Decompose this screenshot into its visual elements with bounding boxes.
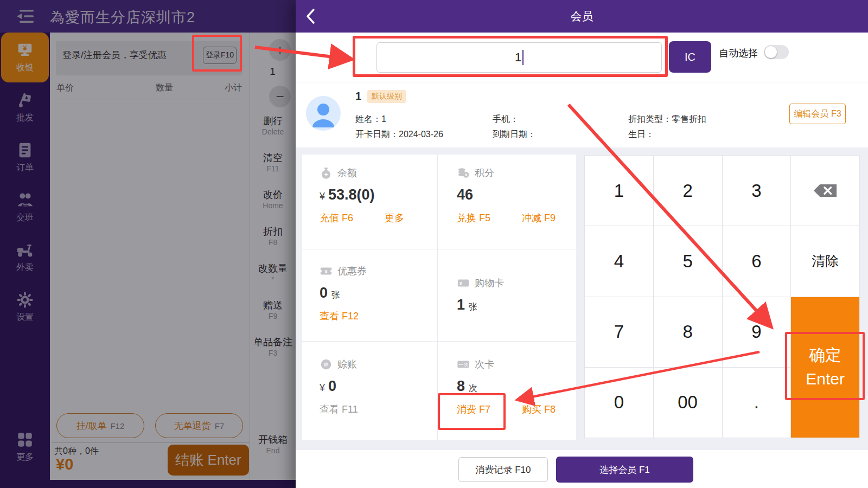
backspace-key[interactable]: [791, 156, 859, 226]
member-fields-col2: 手机： 到期日期：: [493, 112, 536, 142]
coupons-card: ¥ 优惠券 0 张 查看 F12: [302, 249, 438, 342]
card-title: 优惠券: [337, 265, 367, 278]
member-name: 1: [355, 90, 361, 102]
field-label: 折扣类型：: [628, 114, 672, 124]
redeem-link[interactable]: 兑换 F5: [457, 211, 490, 224]
dialog-content: 余额 ¥ 53.8(0) 充值 F6 更多 ¥ 积分: [296, 147, 868, 450]
points-card: ¥ 积分 46 兑换 F5 冲减 F9: [438, 155, 576, 249]
auto-select-toggle[interactable]: [764, 45, 789, 59]
card-title: 赊账: [337, 358, 357, 371]
card-title: 次卡: [475, 358, 494, 371]
member-fields-col1: 姓名：1 开卡日期：2024-03-26: [355, 112, 443, 142]
card-title: 余额: [337, 166, 357, 179]
coupons-value: 0: [320, 285, 328, 301]
field-label: 手机：: [493, 114, 519, 124]
numeric-keypad: 1 2 3 4 5 6 清除 7 8 9 确定 Enter: [584, 155, 860, 438]
key-7[interactable]: 7: [585, 297, 653, 367]
edit-member-button[interactable]: 编辑会员 F3: [789, 104, 846, 124]
deduct-link[interactable]: 冲减 F9: [522, 211, 556, 224]
coupon-icon: ¥: [320, 265, 333, 278]
field-value: 零售折扣: [672, 114, 706, 124]
buy-times-link[interactable]: 购买 F8: [522, 403, 556, 416]
member-search-input[interactable]: 1: [376, 42, 662, 73]
key-9[interactable]: 9: [723, 297, 791, 367]
consume-times-link[interactable]: 消费 F7: [457, 403, 490, 416]
more-link[interactable]: 更多: [385, 211, 404, 224]
svg-text:¥: ¥: [459, 281, 462, 286]
svg-text:赊: 赊: [324, 362, 329, 367]
credit-card: 赊 赊账 ¥ 0 查看 F11: [302, 342, 438, 440]
coupons-unit: 张: [331, 290, 340, 301]
svg-text:次: 次: [464, 362, 468, 367]
field-label: 开卡日期：: [355, 130, 399, 139]
text-caret: [522, 50, 524, 65]
points-coins-icon: ¥: [457, 166, 470, 179]
key-3[interactable]: 3: [723, 156, 791, 226]
toggle-knob: [765, 46, 777, 58]
member-info-row: 1 默认级别 姓名：1 开卡日期：2024-03-26 手机： 到期日期： 折扣…: [296, 82, 868, 147]
times-card-unit: 次: [469, 383, 477, 394]
field-value: 2024-03-26: [399, 130, 443, 139]
pos-app: 為愛而生分店深圳市2 ¥ 收银 批发: [0, 0, 868, 488]
dialog-title: 会员: [296, 9, 868, 24]
search-row: 1 IC 自动选择: [296, 33, 868, 82]
clear-key[interactable]: 清除: [791, 226, 859, 296]
times-card-icon: 次: [457, 358, 470, 371]
shopping-card-unit: 张: [469, 301, 477, 313]
key-6[interactable]: 6: [723, 226, 791, 296]
backspace-icon: [812, 182, 838, 199]
confirm-label-cn: 确定: [809, 343, 841, 367]
credit-value: 0: [328, 378, 336, 395]
field-label: 到期日期：: [493, 130, 536, 139]
confirm-label-en: Enter: [806, 367, 845, 391]
shopping-card-card: ¥ 购物卡 1 张: [438, 249, 576, 342]
consume-history-button[interactable]: 消费记录 F10: [458, 457, 548, 482]
card-title: 购物卡: [475, 277, 504, 290]
times-card-value: 8: [457, 378, 465, 395]
dialog-footer: 消费记录 F10 选择会员 F1: [296, 450, 868, 488]
confirm-enter-key[interactable]: 确定 Enter: [791, 297, 859, 438]
card-title: 积分: [475, 166, 494, 179]
member-fields-col3: 折扣类型：零售折扣 生日：: [628, 112, 706, 142]
view-credit-link[interactable]: 查看 F11: [320, 403, 358, 416]
money-bag-icon: [320, 166, 333, 179]
shopping-card-value: 1: [457, 297, 465, 313]
svg-text:¥: ¥: [465, 172, 468, 177]
field-value: 1: [381, 114, 386, 124]
field-label: 姓名：: [355, 114, 381, 124]
member-cards-panel: 余额 ¥ 53.8(0) 充值 F6 更多 ¥ 积分: [302, 155, 576, 440]
key-2[interactable]: 2: [654, 156, 722, 226]
key-dot[interactable]: .: [723, 368, 791, 438]
search-value: 1: [515, 50, 521, 65]
currency-symbol: ¥: [320, 382, 325, 394]
key-00[interactable]: 00: [654, 368, 722, 438]
ic-card-button[interactable]: IC: [669, 41, 711, 73]
credit-icon: 赊: [320, 358, 333, 371]
view-coupons-link[interactable]: 查看 F12: [320, 310, 359, 323]
key-5[interactable]: 5: [654, 226, 722, 296]
balance-value: 53.8(0): [328, 187, 375, 203]
member-level-badge: 默认级别: [367, 90, 406, 103]
svg-text:¥: ¥: [324, 269, 328, 274]
modal-dim-overlay: [0, 0, 296, 488]
currency-symbol: ¥: [320, 191, 325, 202]
field-label: 生日：: [628, 130, 654, 139]
points-value: 46: [457, 187, 473, 203]
shopping-card-icon: ¥: [457, 277, 470, 290]
dialog-header: 会员: [296, 0, 868, 33]
key-4[interactable]: 4: [585, 226, 653, 296]
times-card-card: 次 次卡 8 次 消费 F7 购买 F8: [438, 342, 576, 440]
recharge-link[interactable]: 充值 F6: [320, 211, 353, 224]
key-0[interactable]: 0: [585, 368, 653, 438]
balance-card: 余额 ¥ 53.8(0) 充值 F6 更多: [302, 155, 438, 249]
select-member-button[interactable]: 选择会员 F1: [556, 457, 693, 483]
auto-select-label: 自动选择: [719, 47, 758, 60]
avatar: [306, 96, 341, 131]
key-8[interactable]: 8: [654, 297, 722, 367]
key-1[interactable]: 1: [585, 156, 653, 226]
member-dialog: 会员 1 IC 自动选择 1 默认级别 姓名：1 开卡日期：2024-03-26: [296, 0, 868, 488]
